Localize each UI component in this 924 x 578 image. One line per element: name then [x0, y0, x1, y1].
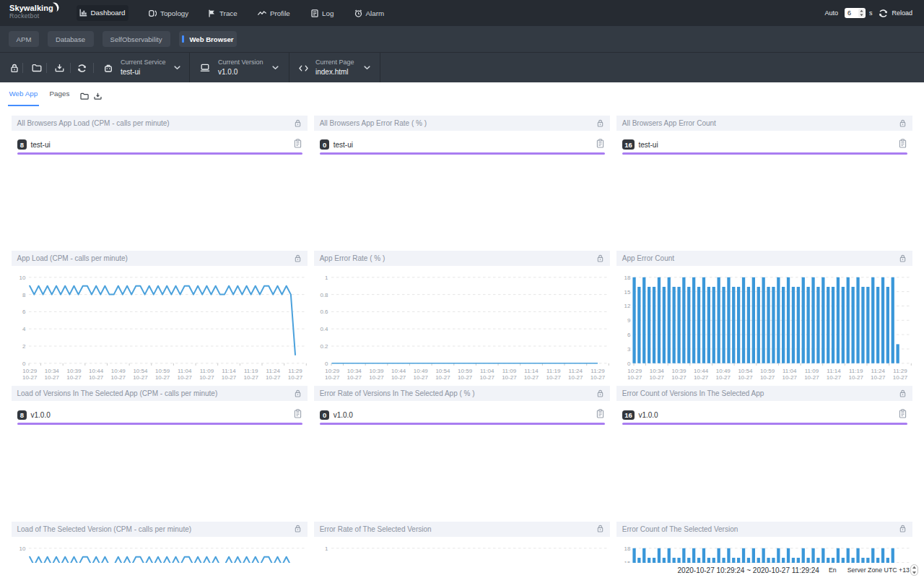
- svg-text:10-27: 10-27: [502, 374, 517, 380]
- svg-text:10:44: 10:44: [391, 368, 406, 374]
- svg-text:10: 10: [19, 275, 25, 281]
- svg-text:11:24: 11:24: [266, 368, 280, 374]
- svg-text:10:34: 10:34: [346, 368, 362, 374]
- svg-text:10-27: 10-27: [110, 374, 126, 380]
- svg-text:11:24: 11:24: [568, 368, 583, 374]
- svg-text:10-27: 10-27: [804, 374, 819, 380]
- svg-text:10-27: 10-27: [715, 374, 731, 380]
- svg-text:10-27: 10-27: [221, 374, 236, 380]
- svg-text:10-27: 10-27: [848, 374, 863, 380]
- svg-text:0: 0: [325, 361, 328, 367]
- svg-text:10-27: 10-27: [782, 374, 797, 380]
- svg-text:10-27: 10-27: [243, 374, 258, 380]
- svg-text:11:19: 11:19: [243, 368, 258, 374]
- svg-text:0.4: 0.4: [320, 326, 328, 332]
- svg-text:10-27: 10-27: [287, 374, 302, 380]
- svg-text:10-27: 10-27: [760, 374, 775, 380]
- svg-text:10: 10: [19, 545, 25, 551]
- svg-text:10:54: 10:54: [435, 368, 450, 374]
- svg-text:10:44: 10:44: [89, 368, 104, 374]
- svg-text:10-27: 10-27: [458, 374, 473, 380]
- svg-text:11:04: 11:04: [177, 368, 191, 374]
- svg-text:18: 18: [624, 545, 630, 551]
- svg-text:3: 3: [627, 346, 631, 353]
- svg-text:11:19: 11:19: [849, 368, 863, 374]
- svg-text:11:19: 11:19: [546, 368, 561, 374]
- svg-text:10:54: 10:54: [738, 368, 753, 374]
- svg-text:10:59: 10:59: [155, 368, 170, 374]
- svg-text:10-27: 10-27: [627, 374, 642, 380]
- svg-text:10:34: 10:34: [650, 368, 665, 374]
- svg-text:10-27: 10-27: [479, 374, 494, 380]
- svg-text:10-27: 10-27: [177, 374, 192, 380]
- svg-text:11:24: 11:24: [871, 368, 885, 374]
- svg-text:10:49: 10:49: [716, 368, 731, 374]
- svg-text:10-27: 10-27: [133, 374, 148, 380]
- svg-text:11:14: 11:14: [827, 368, 841, 374]
- svg-text:11:04: 11:04: [783, 368, 797, 374]
- svg-text:10-27: 10-27: [413, 374, 428, 380]
- svg-text:15: 15: [624, 289, 630, 296]
- svg-text:10-27: 10-27: [738, 374, 753, 380]
- svg-text:10-27: 10-27: [871, 374, 886, 380]
- svg-text:10-27: 10-27: [22, 374, 37, 380]
- svg-text:10:29: 10:29: [325, 368, 340, 374]
- svg-text:0.6: 0.6: [320, 309, 328, 316]
- svg-text:10-27: 10-27: [66, 374, 82, 380]
- svg-text:10:59: 10:59: [760, 368, 775, 374]
- svg-text:11:09: 11:09: [502, 368, 516, 374]
- svg-text:11:04: 11:04: [480, 368, 494, 374]
- svg-text:9: 9: [627, 317, 631, 324]
- svg-text:10-27: 10-27: [546, 374, 561, 380]
- svg-text:8: 8: [22, 292, 26, 298]
- svg-text:10:49: 10:49: [413, 368, 428, 374]
- svg-text:11:29: 11:29: [288, 368, 302, 374]
- svg-text:11:14: 11:14: [524, 368, 539, 374]
- svg-text:10-27: 10-27: [44, 374, 59, 380]
- svg-text:12: 12: [624, 303, 630, 310]
- svg-text:0: 0: [22, 361, 26, 367]
- svg-text:10-27: 10-27: [568, 374, 583, 380]
- svg-text:10:39: 10:39: [66, 368, 82, 374]
- svg-text:10-27: 10-27: [154, 374, 170, 380]
- svg-text:10-27: 10-27: [325, 374, 340, 380]
- svg-text:10:39: 10:39: [369, 368, 384, 374]
- svg-text:1: 1: [325, 545, 328, 551]
- svg-text:10-27: 10-27: [523, 374, 539, 380]
- svg-text:10:29: 10:29: [627, 368, 642, 374]
- svg-text:10:54: 10:54: [133, 368, 148, 374]
- svg-text:10-27: 10-27: [590, 374, 605, 380]
- svg-text:10-27: 10-27: [649, 374, 664, 380]
- svg-text:0: 0: [627, 361, 631, 367]
- svg-text:11:14: 11:14: [222, 368, 236, 374]
- svg-text:10-27: 10-27: [671, 374, 687, 380]
- svg-text:10:49: 10:49: [110, 368, 126, 374]
- svg-text:10:29: 10:29: [22, 368, 38, 374]
- svg-text:11:29: 11:29: [590, 368, 605, 374]
- svg-text:10-27: 10-27: [827, 374, 842, 380]
- svg-text:18: 18: [624, 275, 630, 281]
- svg-text:10-27: 10-27: [199, 374, 214, 380]
- svg-text:1: 1: [325, 275, 328, 281]
- svg-text:4: 4: [22, 326, 26, 332]
- svg-text:0.8: 0.8: [320, 292, 328, 298]
- svg-text:6: 6: [627, 332, 631, 338]
- svg-text:10:59: 10:59: [458, 368, 473, 374]
- svg-text:10-27: 10-27: [694, 374, 709, 380]
- svg-text:10-27: 10-27: [391, 374, 406, 380]
- svg-text:10-27: 10-27: [369, 374, 384, 380]
- svg-text:6: 6: [22, 309, 26, 316]
- svg-text:10:39: 10:39: [671, 368, 687, 374]
- svg-text:11:09: 11:09: [804, 368, 819, 374]
- svg-text:10-27: 10-27: [893, 374, 908, 380]
- svg-text:10-27: 10-27: [266, 374, 281, 380]
- svg-text:11:09: 11:09: [199, 368, 214, 374]
- svg-text:2: 2: [22, 343, 26, 350]
- svg-text:10-27: 10-27: [346, 374, 362, 380]
- svg-text:10-27: 10-27: [435, 374, 450, 380]
- svg-text:11:29: 11:29: [893, 368, 907, 374]
- svg-text:10:44: 10:44: [694, 368, 709, 374]
- svg-text:10-27: 10-27: [88, 374, 103, 380]
- svg-text:0.2: 0.2: [320, 343, 328, 350]
- svg-text:10:34: 10:34: [44, 368, 59, 374]
